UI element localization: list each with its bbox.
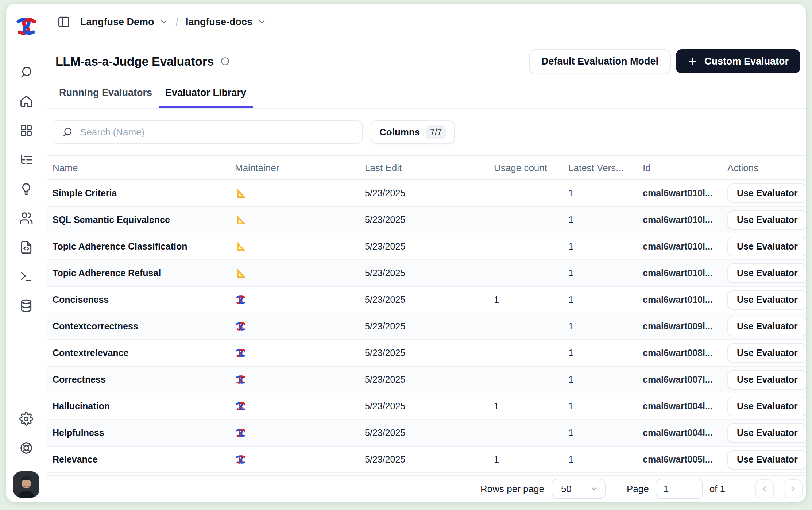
avatar-photo-icon — [13, 471, 39, 498]
use-evaluator-button[interactable]: Use Evaluator — [727, 370, 806, 390]
sidebar-item-datasets[interactable] — [12, 291, 41, 320]
sidebar-toggle-button[interactable] — [57, 15, 71, 29]
terminal-icon — [19, 270, 33, 283]
org-name: Langfuse Demo — [80, 16, 154, 28]
rows-per-page-label: Rows per page — [480, 483, 544, 495]
use-evaluator-button[interactable]: Use Evaluator — [727, 423, 806, 443]
panel-left-icon — [57, 15, 71, 29]
use-evaluator-button[interactable]: Use Evaluator — [727, 317, 806, 336]
column-header-id[interactable]: Id — [643, 162, 727, 174]
playground-icon — [19, 240, 33, 254]
columns-count-badge: 7/7 — [426, 125, 446, 139]
project-switcher[interactable]: langfuse-docs — [186, 16, 266, 28]
table-row[interactable]: Conciseness 5/23/2025 1 1 cmal6wart010l.… — [47, 287, 806, 313]
langfuse-logo-icon — [14, 15, 38, 39]
page-number-input[interactable] — [656, 479, 703, 499]
table-row[interactable]: Relevance 5/23/2025 1 1 cmal6wart005l...… — [47, 447, 806, 473]
langfuse-icon — [235, 374, 247, 386]
table-row[interactable]: Topic Adherence Refusal 5/23/2025 1 cmal… — [47, 260, 806, 287]
latest-version: 1 — [568, 321, 643, 332]
sidebar-item-support[interactable] — [12, 433, 41, 463]
topbar: Langfuse Demo / langfuse-docs — [47, 4, 806, 40]
last-edit: 5/23/2025 — [365, 454, 494, 465]
evaluation-icon — [19, 182, 33, 196]
user-avatar[interactable] — [13, 471, 39, 498]
search-input[interactable] — [80, 127, 355, 138]
next-page-button[interactable] — [784, 479, 803, 498]
column-header-usage-count[interactable]: Usage count — [494, 162, 568, 174]
evaluator-name: SQL Semantic Equivalence — [53, 215, 235, 225]
table-row[interactable]: Correctness 5/23/2025 1 cmal6wart007l...… — [47, 367, 806, 393]
sidebar-item-terminal[interactable] — [12, 262, 41, 291]
info-icon[interactable] — [220, 57, 230, 66]
evaluator-name: Topic Adherence Refusal — [53, 268, 235, 278]
latest-version: 1 — [568, 215, 643, 225]
maintainer-cell — [235, 374, 365, 386]
page-label: Page — [627, 483, 649, 495]
search-box — [53, 120, 363, 144]
sidebar-item-tracing[interactable] — [12, 145, 41, 174]
sidebar-item-users[interactable] — [12, 204, 41, 233]
last-edit: 5/23/2025 — [365, 401, 494, 412]
maintainer-cell — [235, 454, 365, 465]
default-evaluation-model-button[interactable]: Default Evaluation Model — [529, 49, 671, 73]
custom-evaluator-button[interactable]: Custom Evaluator — [676, 49, 800, 73]
last-edit: 5/23/2025 — [365, 215, 494, 225]
use-evaluator-button[interactable]: Use Evaluator — [727, 290, 806, 310]
sidebar-item-playground[interactable] — [12, 233, 41, 262]
actions-cell: Use Evaluator — [727, 450, 806, 470]
evaluator-name: Topic Adherence Classification — [53, 241, 235, 252]
use-evaluator-button[interactable]: Use Evaluator — [727, 210, 806, 230]
evaluator-id: cmal6wart010l... — [643, 268, 727, 278]
usage-count: 1 — [494, 401, 568, 412]
table-row[interactable]: SQL Semantic Equivalence 5/23/2025 1 cma… — [47, 207, 806, 233]
maintainer-cell — [235, 294, 365, 306]
actions-cell: Use Evaluator — [727, 343, 806, 363]
sidebar-bottom-icons — [12, 404, 41, 502]
org-switcher[interactable]: Langfuse Demo — [80, 16, 168, 28]
dashboard-icon — [19, 124, 33, 138]
latest-version: 1 — [568, 348, 643, 358]
columns-button[interactable]: Columns 7/7 — [371, 120, 455, 144]
sidebar-item-search[interactable] — [12, 58, 41, 87]
previous-page-button[interactable] — [755, 479, 774, 498]
use-evaluator-button[interactable]: Use Evaluator — [727, 397, 806, 416]
sidebar-item-home[interactable] — [12, 87, 41, 116]
sidebar-item-dashboard[interactable] — [12, 116, 41, 145]
table-row[interactable]: Topic Adherence Classification 5/23/2025… — [47, 233, 806, 260]
table-row[interactable]: Hallucination 5/23/2025 1 1 cmal6wart004… — [47, 393, 806, 420]
tab-running-evaluators[interactable]: Running Evaluators — [53, 87, 159, 108]
column-header-last-edit[interactable]: Last Edit — [365, 162, 494, 174]
use-evaluator-button[interactable]: Use Evaluator — [727, 237, 806, 256]
page-header: LLM-as-a-Judge Evaluators Default Evalua… — [47, 40, 806, 78]
use-evaluator-button[interactable]: Use Evaluator — [727, 263, 806, 283]
last-edit: 5/23/2025 — [365, 188, 494, 198]
table-row[interactable]: Contextcorrectness 5/23/2025 1 cmal6wart… — [47, 313, 806, 340]
use-evaluator-button[interactable]: Use Evaluator — [727, 183, 806, 203]
table-toolbar: Columns 7/7 — [47, 109, 806, 155]
tab-evaluator-library[interactable]: Evaluator Library — [159, 87, 253, 108]
ragas-icon — [235, 241, 247, 252]
evaluator-id: cmal6wart007l... — [643, 374, 727, 385]
latest-version: 1 — [568, 428, 643, 438]
sidebar-item-evaluation[interactable] — [12, 174, 41, 204]
use-evaluator-button[interactable]: Use Evaluator — [727, 343, 806, 363]
langfuse-icon — [235, 294, 247, 306]
plus-icon — [688, 56, 698, 66]
actions-cell: Use Evaluator — [727, 263, 806, 283]
table-row[interactable]: Simple Criteria 5/23/2025 1 cmal6wart010… — [47, 180, 806, 207]
column-header-maintainer[interactable]: Maintainer — [235, 162, 365, 174]
users-icon — [19, 211, 33, 225]
column-header-latest-version[interactable]: Latest Vers... — [568, 162, 643, 174]
actions-cell: Use Evaluator — [727, 397, 806, 416]
latest-version: 1 — [568, 241, 643, 252]
rows-per-page-select[interactable]: 50 — [552, 479, 606, 499]
usage-count: 1 — [494, 294, 568, 305]
use-evaluator-button[interactable]: Use Evaluator — [727, 450, 806, 470]
table-row[interactable]: Contextrelevance 5/23/2025 1 cmal6wart00… — [47, 340, 806, 367]
column-header-name[interactable]: Name — [53, 162, 235, 174]
maintainer-cell — [235, 401, 365, 412]
home-icon — [19, 94, 33, 108]
table-row[interactable]: Helpfulness 5/23/2025 1 cmal6wart004l...… — [47, 420, 806, 447]
sidebar-item-settings[interactable] — [12, 404, 41, 433]
